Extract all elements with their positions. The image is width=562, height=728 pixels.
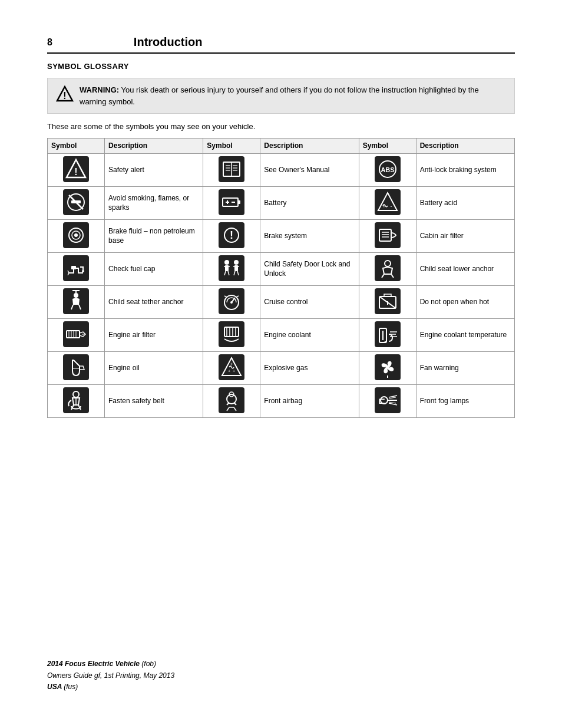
desc-engine-oil: Engine oil: [105, 351, 203, 384]
footer-usa: USA: [47, 683, 64, 691]
page-title: Introduction: [52, 35, 284, 49]
svg-rect-97: [63, 354, 89, 380]
desc-abs: Anti-lock braking system: [416, 153, 514, 186]
svg-text:+: +: [233, 368, 236, 374]
svg-rect-111: [219, 387, 244, 413]
svg-text:⊏: ⊏: [378, 396, 385, 406]
desc-owners-manual: See Owner's Manual: [260, 153, 359, 186]
desc-cabin-air: Cabin air filter: [416, 219, 514, 252]
desc-check-fuel-cap: Check fuel cap: [105, 252, 203, 285]
symbol-engine-coolant-temp: [359, 318, 416, 351]
svg-rect-85: [219, 321, 244, 347]
footer-fob: (fob): [141, 660, 156, 668]
symbol-table: Symbol Description Symbol Description Sy…: [47, 138, 515, 418]
desc-engine-coolant: Engine coolant: [260, 318, 359, 351]
footer-line3: USA (fus): [47, 681, 515, 693]
symbol-child-seat-tether: [48, 285, 105, 318]
svg-text:+: +: [228, 368, 231, 374]
desc-child-seat-tether: Child seat tether anchor: [105, 285, 203, 318]
desc-front-fog-lamps: Front fog lamps: [416, 384, 514, 417]
svg-point-71: [230, 301, 233, 304]
svg-rect-91: [375, 321, 401, 347]
svg-point-34: [74, 233, 78, 237]
symbol-fasten-safety-belt: [48, 384, 105, 417]
symbol-battery-acid: + -: [359, 186, 416, 219]
svg-rect-59: [375, 255, 401, 281]
symbol-owners-manual: [203, 153, 260, 186]
symbol-engine-air-filter: [48, 318, 105, 351]
desc-child-safety-door: Child Safety Door Lock and Unlock: [260, 252, 359, 285]
footer-vehicle: 2014 Focus Electric Vehicle: [47, 660, 141, 668]
symbol-fan-warning: [359, 351, 416, 384]
footer-fus: (fus): [64, 683, 78, 691]
footer-guide: Owners Guide gf, 1st Printing, May 2013: [47, 671, 174, 680]
symbol-cruise-control: [203, 285, 260, 318]
page-number: 8: [47, 37, 52, 48]
section-heading: SYMBOL GLOSSARY: [47, 62, 515, 71]
svg-point-45: [82, 270, 84, 272]
desc-explosive-gas: Explosive gas: [260, 351, 359, 384]
warning-text: WARNING: You risk death or serious injur…: [80, 84, 506, 107]
symbol-cabin-air: [359, 219, 416, 252]
symbol-front-fog-lamps: ⊏: [359, 384, 416, 417]
desc-front-airbag: Front airbag: [260, 384, 359, 417]
symbol-front-airbag: [203, 384, 260, 417]
intro-text: These are some of the symbols you may se…: [47, 122, 515, 131]
svg-rect-20: [71, 200, 81, 203]
header-symbol-1: Symbol: [48, 139, 105, 154]
symbol-engine-coolant: [203, 318, 260, 351]
symbol-child-seat-lower: [359, 252, 416, 285]
symbol-brake-fluid: [48, 219, 105, 252]
warning-label: WARNING:: [80, 85, 119, 94]
warning-icon: !: [56, 85, 74, 107]
table-row: Check fuel cap: [48, 252, 515, 285]
page: 8 Introduction SYMBOL GLOSSARY ! WARNING…: [0, 0, 562, 728]
header-desc-3: Description: [416, 139, 514, 154]
desc-battery: Battery: [260, 186, 359, 219]
desc-fan-warning: Fan warning: [416, 351, 514, 384]
symbol-engine-oil: [48, 351, 105, 384]
warning-body: You risk death or serious injury to your…: [80, 85, 479, 106]
table-row: ! Safety alert: [48, 153, 515, 186]
svg-rect-38: [375, 222, 401, 248]
desc-cruise-control: Cruise control: [260, 285, 359, 318]
desc-brake-fluid: Brake fluid – non petroleum base: [105, 219, 203, 252]
svg-point-53: [234, 260, 239, 265]
symbol-check-fuel-cap: [48, 252, 105, 285]
page-header: 8 Introduction: [47, 35, 515, 54]
desc-engine-air-filter: Engine air filter: [105, 318, 203, 351]
svg-rect-54: [234, 265, 238, 271]
desc-do-not-open: Do not open when hot: [416, 285, 514, 318]
svg-rect-48: [225, 265, 229, 271]
svg-text:!: !: [74, 167, 77, 177]
symbol-abs: ABS: [359, 153, 416, 186]
header-desc-2: Description: [260, 139, 359, 154]
desc-brake-system: Brake system: [260, 219, 359, 252]
symbol-battery: [203, 186, 260, 219]
svg-text:-: -: [390, 203, 392, 209]
header-desc-1: Description: [105, 139, 203, 154]
desc-engine-coolant-temp: Engine coolant temperature: [416, 318, 514, 351]
header-symbol-3: Symbol: [359, 139, 416, 154]
svg-rect-46: [219, 255, 244, 281]
symbol-safety-alert: !: [48, 153, 105, 186]
svg-point-47: [224, 260, 229, 265]
desc-safety-alert: Safety alert: [105, 153, 203, 186]
desc-no-smoking: Avoid smoking, flames, or sparks: [105, 186, 203, 219]
symbol-no-smoking: [48, 186, 105, 219]
svg-point-62: [74, 293, 78, 298]
desc-battery-acid: Battery acid: [416, 186, 514, 219]
svg-text:ABS: ABS: [381, 166, 394, 173]
symbol-explosive-gas: + + +: [203, 351, 260, 384]
svg-rect-23: [238, 200, 240, 204]
header-symbol-2: Symbol: [203, 139, 260, 154]
table-row: Fasten safety belt Front airbag: [48, 384, 515, 417]
table-row: Engine air filter Engine coolant: [48, 318, 515, 351]
desc-fasten-safety-belt: Fasten safety belt: [105, 384, 203, 417]
table-row: Child seat tether anchor Cruise control: [48, 285, 515, 318]
table-row: Avoid smoking, flames, or sparks Battery: [48, 186, 515, 219]
svg-text:!: !: [63, 91, 66, 101]
desc-child-seat-lower: Child seat lower anchor: [416, 252, 514, 285]
symbol-child-safety-door: [203, 252, 260, 285]
warning-box: ! WARNING: You risk death or serious inj…: [47, 78, 515, 114]
